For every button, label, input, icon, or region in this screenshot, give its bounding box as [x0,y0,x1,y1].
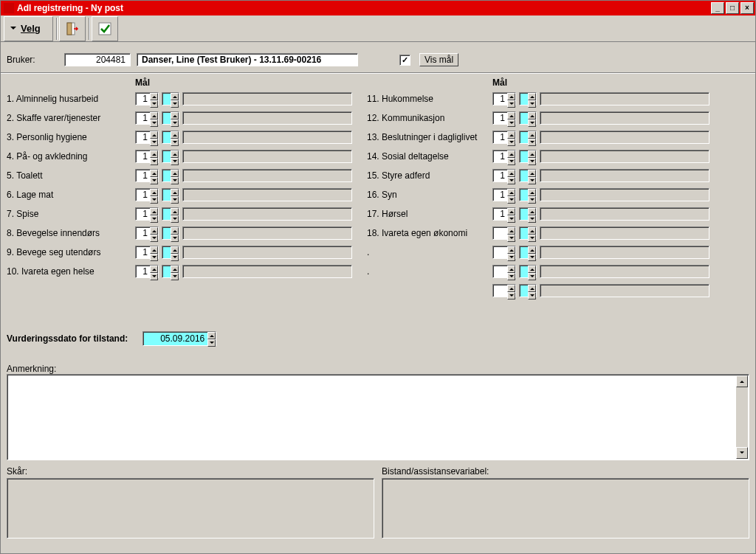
adl-value-spinner[interactable]: 1 [492,169,516,182]
adl-row-comment[interactable] [182,188,352,201]
minimize-button[interactable]: _ [711,2,724,14]
adl-row-comment[interactable] [182,150,352,163]
adl-row-comment[interactable] [540,246,709,259]
spin-down-button[interactable] [507,273,515,280]
adl-value-spinner[interactable] [492,246,516,259]
scroll-down-button[interactable] [736,447,748,459]
spin-up-button[interactable] [528,266,536,273]
spin-up-button[interactable] [528,131,536,139]
adl-maal-spinner[interactable] [519,246,537,259]
spin-down-button[interactable] [507,100,515,108]
adl-value-spinner[interactable]: 1 [135,207,159,221]
spin-down-button[interactable] [507,120,515,127]
adl-value-spinner[interactable]: 1 [492,111,516,125]
spin-up-button[interactable] [171,93,179,100]
close-button[interactable]: × [740,2,754,14]
spin-up-button[interactable] [507,150,515,158]
spin-down-button[interactable] [171,235,179,242]
spin-down-button[interactable] [150,215,158,223]
spin-up-button[interactable] [150,227,158,235]
spin-up-button[interactable] [528,285,536,292]
spin-up-button[interactable] [171,246,179,254]
spin-down-button[interactable] [171,120,179,127]
adl-row-comment[interactable] [540,131,709,144]
adl-value-spinner[interactable]: 1 [492,188,516,201]
adl-row-comment[interactable] [540,188,709,201]
adl-row-comment[interactable] [540,169,709,182]
spin-down-button[interactable] [171,100,179,108]
scroll-up-button[interactable] [736,375,748,387]
spin-up-button[interactable] [150,208,158,215]
spin-up-button[interactable] [507,246,515,254]
toolbar-exit-button[interactable] [59,16,86,41]
adl-row-comment[interactable] [182,92,352,105]
adl-value-spinner[interactable]: 1 [135,188,159,201]
spin-down-button[interactable] [150,120,158,127]
spin-up-button[interactable] [507,189,515,196]
adl-row-comment[interactable] [540,92,709,105]
anmerkning-textarea[interactable] [7,374,749,460]
adl-maal-spinner[interactable] [162,169,179,182]
adl-maal-spinner[interactable] [162,226,179,240]
spin-down-button[interactable] [528,120,536,127]
adl-value-spinner[interactable]: 1 [135,265,159,278]
spin-down-button[interactable] [507,292,515,299]
adl-maal-spinner[interactable] [519,92,537,105]
spin-down-button[interactable] [528,177,536,184]
adl-maal-spinner[interactable] [162,207,179,221]
spin-up-button[interactable] [150,112,158,120]
bruker-name-field[interactable]: Danser, Line (Test Bruker) - 13.11.69-00… [137,53,358,66]
adl-maal-spinner[interactable] [162,150,179,163]
spin-down-button[interactable] [171,273,179,280]
spin-up-button[interactable] [528,93,536,100]
spin-down-button[interactable] [150,158,158,165]
adl-value-spinner[interactable]: 1 [492,150,516,163]
spin-up-button[interactable] [528,189,536,196]
adl-maal-spinner[interactable] [519,265,537,278]
spin-down-button[interactable] [528,158,536,165]
vis-maal-checkbox[interactable] [399,55,410,66]
spin-down-button[interactable] [150,273,158,280]
spin-up-button[interactable] [150,246,158,254]
spin-up-button[interactable] [150,93,158,100]
spin-up-button[interactable] [507,266,515,273]
adl-value-spinner[interactable] [492,226,516,240]
adl-row-comment[interactable] [182,226,352,240]
spin-down-button[interactable] [507,158,515,165]
spin-up-button[interactable] [528,170,536,177]
adl-value-spinner[interactable] [492,284,516,297]
spin-up-button[interactable] [507,131,515,139]
spin-down-button[interactable] [150,100,158,108]
spin-down-button[interactable] [171,196,179,204]
spin-down-button[interactable] [528,196,536,204]
adl-row-comment[interactable] [182,111,352,125]
adl-row-comment[interactable] [540,207,709,221]
adl-maal-spinner[interactable] [519,226,537,240]
spin-up-button[interactable] [150,170,158,177]
adl-row-comment[interactable] [540,284,709,297]
adl-value-spinner[interactable]: 1 [135,169,159,182]
adl-maal-spinner[interactable] [162,246,179,259]
adl-value-spinner[interactable]: 1 [492,207,516,221]
spin-up-button[interactable] [507,208,515,215]
spin-down-button[interactable] [171,215,179,223]
adl-row-comment[interactable] [182,169,352,182]
adl-value-spinner[interactable]: 1 [135,92,159,105]
spin-down-button[interactable] [528,292,536,299]
adl-row-comment[interactable] [182,207,352,221]
spin-down-button[interactable] [171,158,179,165]
spin-down-button[interactable] [528,254,536,261]
adl-value-spinner[interactable]: 1 [135,131,159,144]
spin-up-button[interactable] [171,112,179,120]
spin-up-button[interactable] [507,93,515,100]
adl-maal-spinner[interactable] [162,131,179,144]
adl-maal-spinner[interactable] [519,207,537,221]
spin-up-button[interactable] [507,227,515,235]
spin-down-button[interactable] [507,177,515,184]
spin-up-button[interactable] [171,131,179,139]
spin-down-button[interactable] [528,235,536,242]
adl-row-comment[interactable] [182,265,352,278]
spin-up-button[interactable] [528,246,536,254]
adl-row-comment[interactable] [182,246,352,259]
spin-down-button[interactable] [171,177,179,184]
